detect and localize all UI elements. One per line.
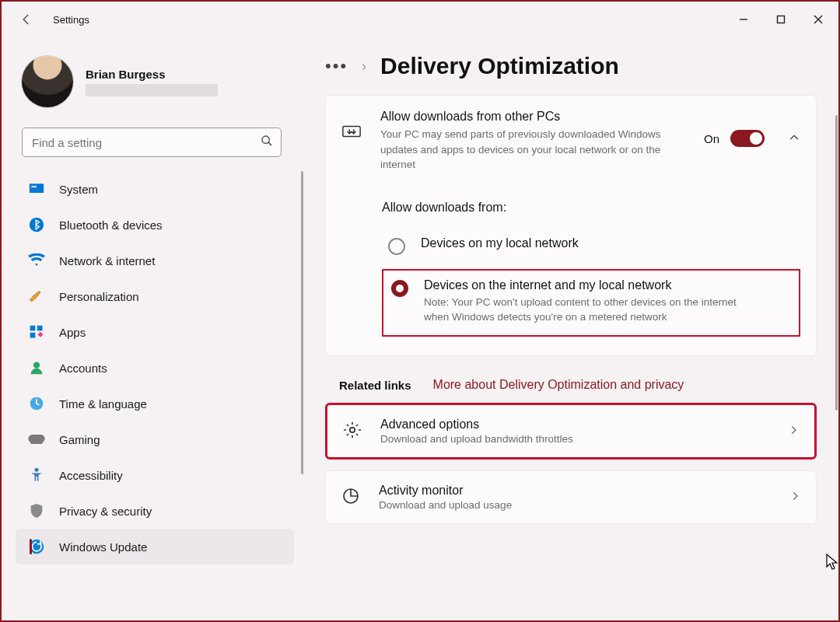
card-description: Your PC may send parts of previously dow…	[380, 127, 676, 173]
sidebar-item-label: Time & language	[59, 397, 147, 411]
svg-rect-9	[30, 326, 36, 331]
sidebar-item-label: Privacy & security	[59, 505, 152, 518]
person-icon	[28, 359, 45, 376]
related-links-label: Related links	[339, 379, 411, 392]
shield-icon	[28, 502, 45, 519]
profile-sub-redacted	[86, 84, 218, 96]
svg-rect-12	[37, 332, 43, 337]
svg-rect-6	[30, 183, 44, 193]
allow-downloads-toggle[interactable]	[730, 130, 765, 147]
svg-point-4	[262, 136, 269, 143]
sidebar-item-network[interactable]: Network & internet	[16, 243, 294, 278]
radio-label: Devices on my local network	[421, 236, 579, 250]
sidebar-item-accessibility[interactable]: Accessibility	[16, 457, 294, 493]
wifi-icon	[28, 252, 45, 269]
chevron-right-icon: ›	[362, 58, 366, 75]
nav: System Bluetooth & devices Network & int…	[16, 171, 305, 564]
toggle-label: On	[704, 132, 719, 145]
gear-icon	[343, 421, 363, 442]
accessibility-icon	[28, 466, 45, 484]
sidebar-item-bluetooth[interactable]: Bluetooth & devices	[16, 207, 294, 243]
breadcrumb: ••• › Delivery Optimization	[325, 53, 817, 79]
sidebar-item-personalization[interactable]: Personalization	[16, 278, 294, 314]
chevron-right-icon	[789, 491, 800, 505]
sidebar-item-time-language[interactable]: Time & language	[16, 386, 294, 421]
sidebar-item-label: Network & internet	[59, 254, 155, 267]
svg-point-15	[35, 468, 39, 472]
avatar	[22, 56, 73, 107]
svg-point-13	[33, 362, 40, 369]
mouse-cursor	[826, 554, 838, 571]
radio-local-network[interactable]: Devices on my local network	[382, 229, 800, 263]
sidebar-item-label: Bluetooth & devices	[59, 218, 163, 232]
sidebar-item-label: Accounts	[59, 362, 107, 375]
breadcrumb-ellipsis[interactable]: •••	[325, 56, 348, 76]
search-input[interactable]	[30, 135, 261, 150]
sidebar-item-label: Accessibility	[59, 469, 123, 482]
svg-point-18	[350, 428, 355, 432]
sidebar-item-system[interactable]: System	[16, 171, 294, 207]
svg-rect-1	[778, 16, 785, 23]
radio-selected-icon	[391, 280, 408, 297]
row-description: Download and upload usage	[379, 499, 772, 511]
allow-downloads-card: Allow downloads from other PCs Your PC m…	[325, 95, 817, 356]
radio-label: Devices on the internet and my local net…	[424, 278, 758, 292]
sidebar-item-privacy[interactable]: Privacy & security	[16, 493, 294, 529]
svg-rect-11	[30, 333, 36, 338]
clock-globe-icon	[28, 395, 45, 412]
profile-name: Brian Burgess	[86, 68, 218, 81]
expand-collapse-button[interactable]	[788, 131, 800, 147]
card-title: Allow downloads from other PCs	[380, 110, 687, 124]
apps-icon	[28, 323, 45, 341]
sidebar-item-accounts[interactable]: Accounts	[16, 350, 294, 386]
radio-icon	[388, 238, 405, 255]
advanced-options-row[interactable]: Advanced options Download and upload ban…	[325, 403, 817, 460]
system-icon	[28, 180, 45, 197]
window-controls	[725, 4, 837, 35]
svg-line-5	[268, 142, 271, 145]
pie-chart-icon	[341, 487, 362, 508]
sidebar-item-windows-update[interactable]: Windows Update	[16, 529, 294, 564]
radio-note: Note: Your PC won't upload content to ot…	[424, 295, 758, 325]
delivery-optimization-privacy-link[interactable]: More about Delivery Optimization and pri…	[433, 378, 684, 392]
row-description: Download and upload bandwidth throttles	[380, 433, 771, 445]
svg-rect-7	[31, 186, 37, 188]
close-button[interactable]	[800, 4, 837, 35]
search-box[interactable]	[22, 128, 282, 157]
related-links: Related links More about Delivery Optimi…	[339, 378, 817, 392]
maximize-button[interactable]	[762, 4, 800, 35]
active-accent	[30, 539, 32, 554]
chevron-right-icon	[788, 425, 799, 439]
brush-icon	[28, 288, 45, 305]
activity-monitor-row[interactable]: Activity monitor Download and upload usa…	[325, 470, 817, 524]
svg-rect-17	[343, 127, 360, 137]
minimize-button[interactable]	[725, 4, 762, 35]
row-title: Activity monitor	[379, 484, 772, 498]
svg-rect-10	[37, 326, 43, 331]
sidebar-item-label: System	[59, 183, 98, 196]
network-devices-icon	[341, 122, 363, 145]
main: ••• › Delivery Optimization Allow downlo…	[305, 37, 838, 620]
sidebar-item-gaming[interactable]: Gaming	[16, 421, 294, 457]
page-title: Delivery Optimization	[380, 53, 619, 79]
sidebar-item-label: Personalization	[59, 290, 139, 303]
sidebar-scrollbar[interactable]	[301, 171, 303, 474]
allow-downloads-from-label: Allow downloads from:	[382, 201, 800, 215]
sidebar-item-label: Windows Update	[59, 540, 147, 554]
sidebar-item-apps[interactable]: Apps	[16, 314, 294, 350]
gamepad-icon	[28, 431, 45, 448]
sidebar-item-label: Gaming	[59, 433, 100, 446]
radio-internet-and-local[interactable]: Devices on the internet and my local net…	[382, 269, 800, 337]
row-title: Advanced options	[380, 418, 771, 432]
bluetooth-icon	[28, 216, 45, 233]
sidebar-item-label: Apps	[59, 326, 86, 339]
main-scrollbar[interactable]	[835, 115, 838, 411]
sidebar: Brian Burgess System Bluetooth & devices	[2, 37, 305, 620]
titlebar: Settings	[2, 2, 838, 37]
profile-block[interactable]: Brian Burgess	[16, 45, 305, 121]
search-icon	[261, 135, 273, 150]
app-title: Settings	[53, 14, 89, 26]
back-button[interactable]	[17, 10, 36, 29]
